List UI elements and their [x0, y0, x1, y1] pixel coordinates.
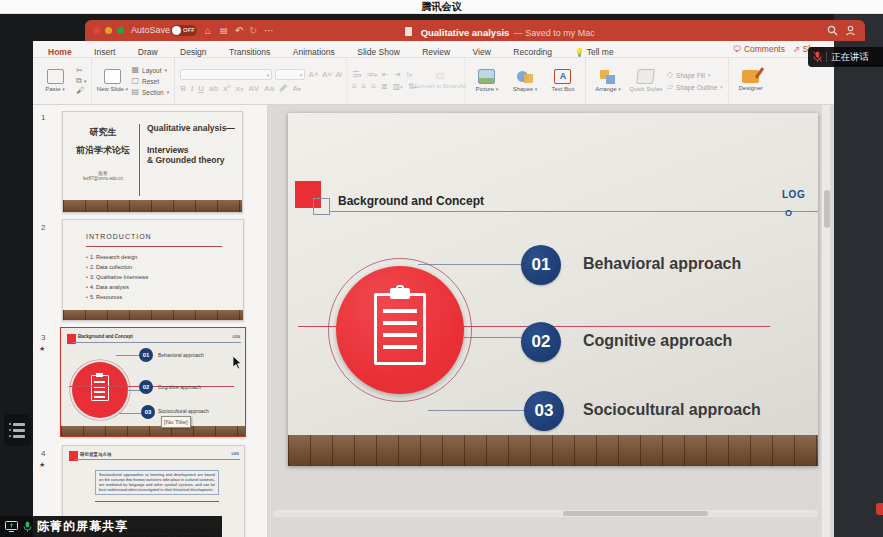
item-01-circle: 01: [521, 245, 561, 285]
comments-button[interactable]: 🗩 Comments: [733, 41, 785, 58]
comment-icon: 🗩: [733, 44, 742, 54]
character-spacing-icon[interactable]: AV: [249, 84, 260, 93]
group-paragraph: ☰▾ ≔▾ ⇤ ⇥ ↕▾ ≡ ≡ ≡ ≣ ▥▾ ⇅▾: [347, 58, 465, 104]
horizontal-scrollbar[interactable]: [273, 510, 818, 517]
picture-icon: [478, 69, 495, 84]
reset-button[interactable]: ▢Reset: [131, 77, 169, 85]
shapes-icon: [517, 70, 533, 84]
textbox-icon: A: [554, 69, 571, 84]
quick-styles-icon: [636, 69, 655, 84]
minimize-button[interactable]: [105, 27, 112, 34]
group-arrange: Arrange ▾ Quick Styles ◇Shape Fill▾ ▱Sha…: [586, 58, 729, 104]
more-commands-icon[interactable]: ⋯: [264, 20, 274, 41]
bold-icon[interactable]: B: [180, 84, 186, 93]
section-button[interactable]: ▤Section▾: [131, 88, 169, 96]
ribbon-tab-row: Home Insert Draw Design Transitions Anim…: [33, 41, 834, 58]
slide2-title: INTRODUCTION: [86, 233, 152, 240]
slide3-thumbnail[interactable]: Background and Concept LOG 01: [60, 327, 246, 437]
paste-button[interactable]: Paste ▾: [38, 69, 72, 93]
columns-icon[interactable]: ▥▾: [393, 83, 403, 91]
shape-outline-button[interactable]: ▱Shape Outline▾: [667, 83, 723, 91]
highlight-icon[interactable]: 🖉: [279, 84, 287, 93]
designer-icon: [742, 70, 759, 83]
slide3-num3: 03: [141, 405, 155, 419]
home-icon[interactable]: ⌂: [205, 20, 211, 41]
new-slide-button[interactable]: New Slide ▾: [97, 69, 127, 93]
save-icon[interactable]: ▤: [220, 20, 228, 41]
presence-icon[interactable]: [845, 25, 856, 36]
autosave-toggle[interactable]: OFF: [171, 25, 197, 36]
justify-icon[interactable]: ≣: [381, 83, 388, 91]
arrange-button[interactable]: Arrange ▾: [591, 70, 625, 93]
meeting-right-panel-strip: [834, 14, 883, 537]
main-slide-canvas[interactable]: Background and Concept LOG O 01 Behavior…: [288, 113, 818, 466]
slide3-header-text: Background and Concept: [78, 334, 133, 339]
undo-icon[interactable]: ↶: [235, 20, 243, 41]
slide2-floor: [63, 310, 244, 321]
subscript-icon[interactable]: x₂: [235, 84, 243, 93]
quick-styles-button[interactable]: Quick Styles: [629, 69, 663, 93]
slide1-sub2: & Grounded theory: [147, 156, 241, 166]
slide-header-line: [330, 211, 818, 212]
increase-font-icon[interactable]: A˄: [308, 70, 318, 79]
slide4-header-text: 研究背景与方法: [80, 452, 112, 457]
list-icon: [9, 423, 31, 426]
screen-share-banner-text: 陈菁的屏幕共享: [37, 518, 128, 535]
textbox-button[interactable]: A Text Box: [546, 69, 580, 93]
close-button[interactable]: [93, 27, 100, 34]
slide1-title-en: Qualitative analysis—: [147, 124, 241, 134]
copy-icon[interactable]: ⧉ ▾: [76, 77, 86, 85]
slide2-thumbnail[interactable]: INTRODUCTION •1. Research design •2. Dat…: [62, 219, 244, 321]
superscript-icon[interactable]: x²: [223, 84, 230, 93]
arrange-icon: [600, 70, 616, 84]
font-color-icon[interactable]: A▾: [292, 84, 300, 93]
change-case-icon[interactable]: Aa: [264, 84, 274, 93]
decrease-font-icon[interactable]: A˅: [322, 70, 332, 79]
layout-button[interactable]: ▦Layout▾: [131, 66, 169, 74]
redo-icon[interactable]: ↻: [249, 20, 257, 41]
bullets-icon[interactable]: ☰▾: [352, 71, 362, 79]
slide1-thumbnail[interactable]: 研究生 前沿学术论坛 陈菁 lez87@snnu.edu.cn Qualitat…: [62, 111, 243, 213]
shape-fill-button[interactable]: ◇Shape Fill▾: [667, 71, 723, 79]
meeting-list-chip[interactable]: [4, 414, 31, 446]
vertical-scrollbar[interactable]: [821, 105, 830, 537]
item-03-circle: 03: [524, 391, 564, 431]
muted-mic-icon: [813, 51, 822, 63]
strikethrough-icon[interactable]: ab: [209, 84, 218, 93]
slide3-num1: 01: [139, 348, 153, 362]
slide2-bullet4: •4. Data analysis: [86, 282, 148, 292]
underline-icon[interactable]: U: [198, 84, 204, 93]
cut-icon[interactable]: ✂: [76, 67, 86, 75]
line-spacing-icon[interactable]: ↕▾: [406, 71, 413, 79]
align-left-icon[interactable]: ≡: [352, 83, 357, 91]
picture-button[interactable]: Picture ▾: [470, 69, 504, 93]
slide3-logo: LOG: [232, 335, 240, 339]
align-right-icon[interactable]: ≡: [371, 83, 376, 91]
align-center-icon[interactable]: ≡: [362, 83, 367, 91]
zoom-button[interactable]: [117, 27, 124, 34]
italic-icon[interactable]: I: [191, 84, 193, 93]
font-size-combobox[interactable]: ▾: [275, 69, 305, 80]
ppt-titlebar[interactable]: AutoSave OFF ⌂ ▤ ↶ ↻ ⋯ Qualitative analy…: [85, 20, 865, 41]
numbering-icon[interactable]: ≔▾: [367, 71, 378, 79]
convert-smartart-button[interactable]: 🗠 Convert to SmartArt: [421, 73, 459, 90]
share-icon: ⬀: [793, 44, 800, 54]
slide-header-title: Background and Concept: [338, 194, 484, 208]
mouse-cursor: [233, 356, 242, 369]
clear-format-icon[interactable]: A̸: [335, 70, 341, 79]
font-name-combobox[interactable]: ▾: [180, 69, 272, 80]
search-icon[interactable]: [827, 25, 838, 36]
slide3-num2: 02: [139, 380, 153, 394]
vertical-scrollbar-thumb[interactable]: [824, 190, 830, 228]
format-painter-icon[interactable]: 🖌: [76, 87, 86, 95]
shapes-button[interactable]: Shapes ▾: [508, 70, 542, 93]
designer-button[interactable]: Designer: [734, 70, 768, 92]
indent-icon[interactable]: ⇥: [394, 71, 401, 79]
slide1-divider: [139, 124, 140, 196]
slide1-number: 1: [41, 113, 45, 122]
document-title: Qualitative analysis: [421, 27, 510, 38]
outdent-icon[interactable]: ⇤: [382, 71, 389, 79]
slide4-number: 4: [41, 449, 45, 458]
slide3-red-circle: [72, 362, 128, 418]
horizontal-scrollbar-thumb[interactable]: [563, 511, 708, 516]
